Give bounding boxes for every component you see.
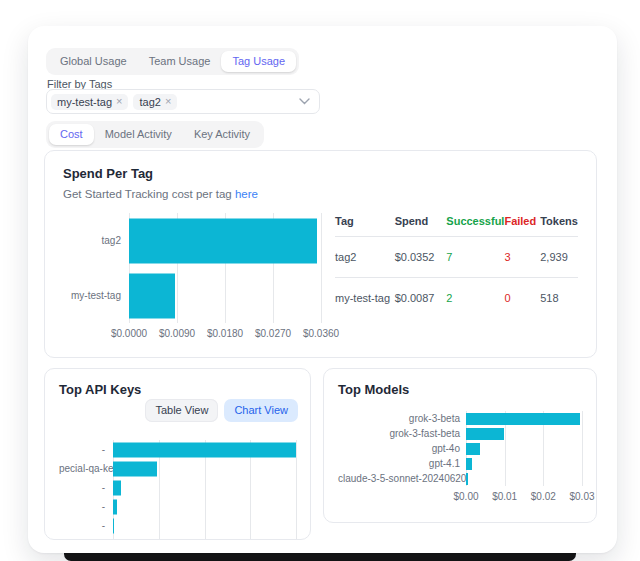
- tag-chip-label: tag2: [139, 96, 160, 108]
- spend-table: TagSpendSuccessfulFailedTokenstag2$0.035…: [335, 213, 578, 341]
- category-label: grok-3-beta: [338, 413, 460, 424]
- top-models-card: Top Models grok-3-betagrok-3-fast-betagp…: [323, 368, 597, 523]
- axis-tick-label: $0.0090: [159, 328, 195, 339]
- col-header-failed: Failed: [504, 213, 540, 236]
- category-label: gpt-4.1: [338, 458, 460, 469]
- axis-tick-label: $0.03: [569, 491, 594, 502]
- spend-per-tag-chart: tag2my-test-tag$0.0000$0.0090$0.0180$0.0…: [63, 213, 321, 341]
- table-view-button[interactable]: Table View: [145, 399, 218, 422]
- chart-row: gpt-4.1: [338, 456, 582, 471]
- category-label: claude-3-5-sonnet-20240620: [338, 473, 460, 484]
- chart-row: -: [59, 440, 296, 459]
- cell-tokens: 2,939: [540, 237, 578, 277]
- chart-row: grok-3-fast-beta: [338, 426, 582, 441]
- view-tabs: CostModel ActivityKey Activity: [46, 121, 264, 148]
- cell-tag: my-test-tag: [335, 278, 395, 318]
- chart-row: my-test-tag: [63, 268, 321, 323]
- here-link[interactable]: here: [235, 188, 258, 200]
- top-models-chart: grok-3-betagrok-3-fast-betagpt-4ogpt-4.1…: [338, 411, 582, 504]
- gridline: [321, 213, 322, 323]
- api-keys-card-title: Top API Keys: [59, 382, 296, 397]
- bar-dash: [113, 518, 114, 533]
- cell-successful: 2: [446, 278, 504, 318]
- cell-spend: $0.0352: [395, 237, 447, 277]
- chart-row: gpt-4o: [338, 441, 582, 456]
- bar-my-test-tag: [129, 273, 175, 318]
- bar-dash: [113, 499, 117, 514]
- chart-row: pecial-qa-key: [59, 459, 296, 478]
- cell-failed: 0: [504, 278, 540, 318]
- bar-grok-3-beta: [466, 413, 580, 425]
- chart-row: -: [59, 516, 296, 535]
- cell-failed: 3: [504, 237, 540, 277]
- selected-tag-chips: my-test-tag×tag2×: [51, 94, 177, 110]
- category-label: -: [59, 520, 105, 531]
- cell-tag: tag2: [335, 237, 395, 277]
- top-api-keys-chart: -pecial-qa-key---: [59, 440, 296, 535]
- category-label: grok-3-fast-beta: [338, 428, 460, 439]
- tag-chip-label: my-test-tag: [57, 96, 112, 108]
- remove-tag-icon[interactable]: ×: [165, 96, 171, 107]
- category-label: -: [59, 482, 105, 493]
- bar-gpt-4o: [466, 443, 480, 455]
- col-header-tokens: Tokens: [540, 213, 578, 236]
- usage-scope-tabs: Global UsageTeam UsageTag Usage: [46, 48, 299, 75]
- tab-tag-usage[interactable]: Tag Usage: [221, 51, 296, 72]
- spend-card-content: tag2my-test-tag$0.0000$0.0090$0.0180$0.0…: [63, 213, 578, 341]
- category-label: my-test-tag: [63, 290, 121, 301]
- bar-tag2: [129, 218, 317, 263]
- remove-tag-icon[interactable]: ×: [116, 96, 122, 107]
- category-label: gpt-4o: [338, 443, 460, 454]
- chevron-down-icon[interactable]: [299, 98, 310, 105]
- tab-model-activity[interactable]: Model Activity: [94, 124, 183, 145]
- bar-gpt-4-1: [466, 458, 472, 470]
- tag-chip-my-test-tag[interactable]: my-test-tag×: [51, 94, 128, 110]
- category-label: -: [59, 444, 105, 455]
- axis-tick-label: $0.0360: [303, 328, 339, 339]
- cell-tokens: 518: [540, 278, 578, 318]
- tag-chip-tag2[interactable]: tag2×: [133, 94, 177, 110]
- spend-per-tag-card: Spend Per Tag Get Started Tracking cost …: [44, 150, 597, 358]
- spend-card-subtitle: Get Started Tracking cost per tag here: [63, 188, 578, 200]
- bar-pecial-qa-key: [113, 461, 157, 476]
- category-label: -: [59, 501, 105, 512]
- chart-row: claude-3-5-sonnet-20240620: [338, 471, 582, 486]
- gridline: [296, 440, 297, 540]
- axis-tick-label: $0.0180: [207, 328, 243, 339]
- top-api-keys-card: Top API Keys Table View Chart View -peci…: [44, 368, 311, 540]
- cell-spend: $0.0087: [395, 278, 447, 318]
- app-window: Global UsageTeam UsageTag Usage Filter b…: [28, 26, 617, 553]
- models-card-title: Top Models: [338, 382, 582, 397]
- chart-row: -: [59, 497, 296, 516]
- bar-dash: [113, 442, 296, 457]
- chart-row: -: [59, 478, 296, 497]
- tab-global-usage[interactable]: Global Usage: [49, 51, 138, 72]
- bar-grok-3-fast-beta: [466, 428, 504, 440]
- axis-tick-label: $0.00: [453, 491, 478, 502]
- category-label: tag2: [63, 235, 121, 246]
- axis-tick-label: $0.0270: [255, 328, 291, 339]
- axis-tick-label: $0.02: [531, 491, 556, 502]
- chart-row: grok-3-beta: [338, 411, 582, 426]
- axis-tick-label: $0.0000: [111, 328, 147, 339]
- chart-view-button[interactable]: Chart View: [224, 399, 298, 422]
- subtitle-text: Get Started Tracking cost per tag: [63, 188, 232, 200]
- cell-successful: 7: [446, 237, 504, 277]
- axis-tick-label: $0.01: [492, 491, 517, 502]
- col-header-successful: Successful: [446, 213, 504, 236]
- col-header-spend: Spend: [395, 213, 447, 236]
- view-toggle: Table View Chart View: [145, 399, 298, 422]
- chart-row: tag2: [63, 213, 321, 268]
- spend-card-title: Spend Per Tag: [63, 166, 578, 181]
- bar-dash: [113, 480, 121, 495]
- page-background: Global UsageTeam UsageTag Usage Filter b…: [0, 0, 640, 561]
- col-header-tag: Tag: [335, 213, 395, 236]
- category-label: pecial-qa-key: [59, 463, 105, 474]
- tab-team-usage[interactable]: Team Usage: [138, 51, 222, 72]
- gridline: [582, 411, 583, 486]
- tab-key-activity[interactable]: Key Activity: [183, 124, 261, 145]
- bar-claude-3-5-sonnet-20240620: [466, 473, 468, 485]
- tab-cost[interactable]: Cost: [49, 124, 94, 145]
- tag-filter-select[interactable]: my-test-tag×tag2×: [46, 89, 320, 114]
